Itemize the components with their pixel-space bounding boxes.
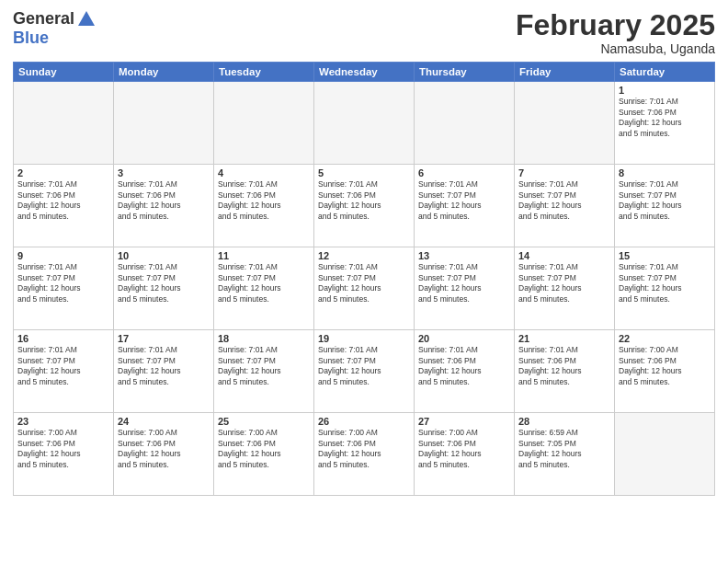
- week-row-0: 1Sunrise: 7:01 AMSunset: 7:06 PMDaylight…: [14, 82, 715, 165]
- day-info: Sunrise: 7:01 AMSunset: 7:07 PMDaylight:…: [418, 179, 510, 222]
- day-cell: 16Sunrise: 7:01 AMSunset: 7:07 PMDayligh…: [14, 330, 114, 413]
- day-cell: 9Sunrise: 7:01 AMSunset: 7:07 PMDaylight…: [14, 247, 114, 330]
- day-info: Sunrise: 7:00 AMSunset: 7:06 PMDaylight:…: [17, 428, 109, 470]
- day-cell: 8Sunrise: 7:01 AMSunset: 7:07 PMDaylight…: [615, 165, 715, 247]
- day-info: Sunrise: 7:01 AMSunset: 7:07 PMDaylight:…: [118, 345, 210, 387]
- day-number: 2: [17, 167, 109, 178]
- day-cell: 5Sunrise: 7:01 AMSunset: 7:06 PMDaylight…: [314, 165, 415, 247]
- day-info: Sunrise: 7:01 AMSunset: 7:07 PMDaylight:…: [318, 345, 410, 387]
- day-number: 15: [619, 250, 711, 261]
- day-cell: 24Sunrise: 7:00 AMSunset: 7:06 PMDayligh…: [114, 413, 214, 496]
- day-number: 14: [518, 250, 610, 261]
- day-number: 16: [17, 333, 109, 344]
- weekday-header-saturday: Saturday: [615, 63, 715, 82]
- weekday-header-thursday: Thursday: [415, 63, 515, 82]
- calendar: SundayMondayTuesdayWednesdayThursdayFrid…: [13, 62, 715, 496]
- day-number: 8: [619, 167, 711, 178]
- day-number: 17: [118, 333, 210, 344]
- week-row-4: 23Sunrise: 7:00 AMSunset: 7:06 PMDayligh…: [14, 413, 715, 496]
- day-cell: [214, 82, 314, 165]
- day-cell: [314, 82, 415, 165]
- page: General Blue February 2025 Namasuba, Uga…: [0, 0, 728, 563]
- day-number: 19: [318, 333, 410, 344]
- day-info: Sunrise: 7:00 AMSunset: 7:06 PMDaylight:…: [218, 428, 310, 470]
- logo: General Blue: [13, 9, 97, 48]
- day-info: Sunrise: 7:00 AMSunset: 7:06 PMDaylight:…: [118, 428, 210, 470]
- week-row-1: 2Sunrise: 7:01 AMSunset: 7:06 PMDaylight…: [14, 165, 715, 247]
- subtitle: Namasuba, Uganda: [516, 41, 715, 56]
- day-info: Sunrise: 7:01 AMSunset: 7:06 PMDaylight:…: [118, 179, 210, 222]
- day-cell: [14, 82, 114, 165]
- logo-blue: Blue: [13, 29, 97, 48]
- title-block: February 2025 Namasuba, Uganda: [516, 9, 715, 56]
- day-cell: 21Sunrise: 7:01 AMSunset: 7:06 PMDayligh…: [515, 330, 615, 413]
- week-row-3: 16Sunrise: 7:01 AMSunset: 7:07 PMDayligh…: [14, 330, 715, 413]
- week-row-2: 9Sunrise: 7:01 AMSunset: 7:07 PMDaylight…: [14, 247, 715, 330]
- day-cell: [615, 413, 715, 496]
- day-number: 22: [619, 333, 711, 344]
- svg-marker-0: [78, 11, 95, 26]
- day-number: 7: [518, 167, 610, 178]
- day-number: 3: [118, 167, 210, 178]
- header: General Blue February 2025 Namasuba, Uga…: [13, 9, 715, 56]
- day-cell: 17Sunrise: 7:01 AMSunset: 7:07 PMDayligh…: [114, 330, 214, 413]
- day-info: Sunrise: 7:00 AMSunset: 7:06 PMDaylight:…: [318, 428, 410, 470]
- day-info: Sunrise: 7:01 AMSunset: 7:07 PMDaylight:…: [318, 262, 410, 304]
- day-info: Sunrise: 7:01 AMSunset: 7:07 PMDaylight:…: [418, 262, 510, 304]
- day-cell: 20Sunrise: 7:01 AMSunset: 7:06 PMDayligh…: [415, 330, 515, 413]
- day-info: Sunrise: 7:01 AMSunset: 7:06 PMDaylight:…: [318, 179, 410, 222]
- day-info: Sunrise: 7:01 AMSunset: 7:07 PMDaylight:…: [17, 262, 109, 304]
- day-info: Sunrise: 7:01 AMSunset: 7:06 PMDaylight:…: [518, 345, 610, 387]
- day-number: 11: [218, 250, 310, 261]
- day-cell: 12Sunrise: 7:01 AMSunset: 7:07 PMDayligh…: [314, 247, 415, 330]
- logo-general: General: [13, 10, 74, 29]
- weekday-header-sunday: Sunday: [14, 63, 114, 82]
- day-cell: 28Sunrise: 6:59 AMSunset: 7:05 PMDayligh…: [515, 413, 615, 496]
- day-info: Sunrise: 7:01 AMSunset: 7:06 PMDaylight:…: [619, 97, 711, 139]
- day-number: 10: [118, 250, 210, 261]
- day-cell: 7Sunrise: 7:01 AMSunset: 7:07 PMDaylight…: [515, 165, 615, 247]
- day-cell: [114, 82, 214, 165]
- day-cell: 22Sunrise: 7:00 AMSunset: 7:06 PMDayligh…: [615, 330, 715, 413]
- day-cell: 26Sunrise: 7:00 AMSunset: 7:06 PMDayligh…: [314, 413, 415, 496]
- day-number: 20: [418, 333, 510, 344]
- weekday-header-tuesday: Tuesday: [214, 63, 314, 82]
- day-info: Sunrise: 7:01 AMSunset: 7:07 PMDaylight:…: [218, 345, 310, 387]
- day-number: 27: [418, 416, 510, 427]
- day-number: 4: [218, 167, 310, 178]
- day-cell: 1Sunrise: 7:01 AMSunset: 7:06 PMDaylight…: [615, 82, 715, 165]
- day-cell: 11Sunrise: 7:01 AMSunset: 7:07 PMDayligh…: [214, 247, 314, 330]
- day-number: 26: [318, 416, 410, 427]
- day-info: Sunrise: 7:00 AMSunset: 7:06 PMDaylight:…: [418, 428, 510, 470]
- day-info: Sunrise: 7:01 AMSunset: 7:07 PMDaylight:…: [619, 179, 711, 222]
- day-info: Sunrise: 7:01 AMSunset: 7:07 PMDaylight:…: [518, 262, 610, 304]
- day-cell: 6Sunrise: 7:01 AMSunset: 7:07 PMDaylight…: [415, 165, 515, 247]
- day-number: 12: [318, 250, 410, 261]
- logo-icon: [76, 9, 97, 29]
- day-number: 18: [218, 333, 310, 344]
- day-info: Sunrise: 7:01 AMSunset: 7:07 PMDaylight:…: [17, 345, 109, 387]
- day-cell: [415, 82, 515, 165]
- day-number: 5: [318, 167, 410, 178]
- day-cell: 19Sunrise: 7:01 AMSunset: 7:07 PMDayligh…: [314, 330, 415, 413]
- day-cell: 3Sunrise: 7:01 AMSunset: 7:06 PMDaylight…: [114, 165, 214, 247]
- day-cell: [515, 82, 615, 165]
- day-info: Sunrise: 7:01 AMSunset: 7:07 PMDaylight:…: [218, 262, 310, 304]
- day-cell: 14Sunrise: 7:01 AMSunset: 7:07 PMDayligh…: [515, 247, 615, 330]
- day-info: Sunrise: 7:01 AMSunset: 7:06 PMDaylight:…: [218, 179, 310, 222]
- day-cell: 27Sunrise: 7:00 AMSunset: 7:06 PMDayligh…: [415, 413, 515, 496]
- day-number: 28: [518, 416, 610, 427]
- day-cell: 13Sunrise: 7:01 AMSunset: 7:07 PMDayligh…: [415, 247, 515, 330]
- day-info: Sunrise: 7:00 AMSunset: 7:06 PMDaylight:…: [619, 345, 711, 387]
- day-cell: 4Sunrise: 7:01 AMSunset: 7:06 PMDaylight…: [214, 165, 314, 247]
- day-info: Sunrise: 7:01 AMSunset: 7:07 PMDaylight:…: [118, 262, 210, 304]
- weekday-header-wednesday: Wednesday: [314, 63, 415, 82]
- day-cell: 25Sunrise: 7:00 AMSunset: 7:06 PMDayligh…: [214, 413, 314, 496]
- weekday-header-row: SundayMondayTuesdayWednesdayThursdayFrid…: [14, 63, 715, 82]
- day-info: Sunrise: 7:01 AMSunset: 7:06 PMDaylight:…: [17, 179, 109, 222]
- day-info: Sunrise: 7:01 AMSunset: 7:07 PMDaylight:…: [619, 262, 711, 304]
- day-cell: 18Sunrise: 7:01 AMSunset: 7:07 PMDayligh…: [214, 330, 314, 413]
- day-number: 6: [418, 167, 510, 178]
- day-info: Sunrise: 7:01 AMSunset: 7:06 PMDaylight:…: [418, 345, 510, 387]
- day-number: 1: [619, 85, 711, 96]
